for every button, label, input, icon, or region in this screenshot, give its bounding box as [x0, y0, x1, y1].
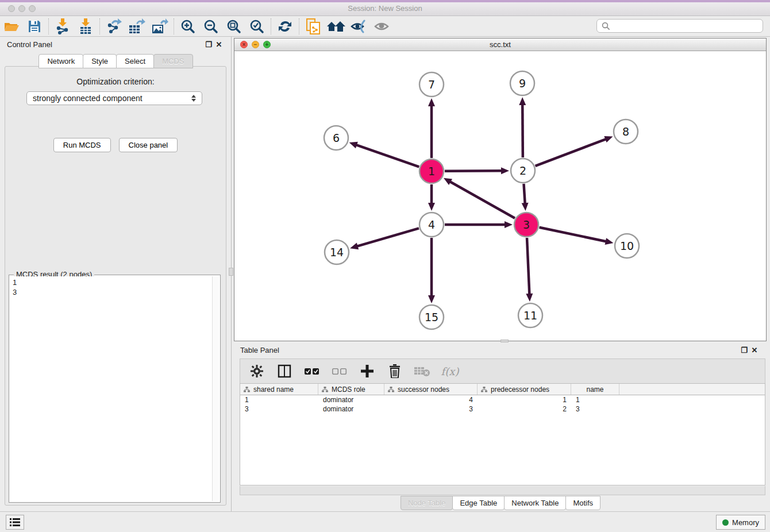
cell-shared-name[interactable]: 1 [240, 396, 318, 404]
tab-edge-table[interactable]: Edge Table [452, 496, 505, 510]
network-graph[interactable]: 7968124314101511 [234, 51, 766, 341]
node-table[interactable]: shared name MCDS role successor nodes pr… [240, 383, 765, 485]
cell-successor-nodes[interactable]: 3 [384, 405, 478, 413]
export-network-button[interactable] [102, 17, 125, 36]
float-panel-icon[interactable]: ❐ [203, 40, 214, 49]
function-builder-button[interactable]: f(x) [440, 361, 460, 381]
column-header-predecessor-nodes[interactable]: predecessor nodes [478, 384, 571, 395]
tab-mcds[interactable]: MCDS [153, 54, 192, 68]
zoom-in-icon [180, 19, 195, 34]
column-header-name[interactable]: name [571, 384, 619, 395]
memory-button[interactable]: Memory [716, 515, 765, 530]
task-history-button[interactable] [6, 515, 24, 530]
optimization-criterion-dropdown[interactable]: strongly connected component [26, 91, 202, 105]
select-all-button[interactable] [302, 361, 322, 381]
graph-edge-2-3[interactable] [523, 184, 525, 204]
cell-name[interactable]: 1 [571, 396, 619, 404]
graph-edge-3-1[interactable] [449, 182, 515, 218]
graph-edge-3-10[interactable] [540, 228, 607, 242]
show-panel-button[interactable] [371, 17, 394, 36]
tab-network-table[interactable]: Network Table [504, 496, 566, 510]
mcds-result-scrollbar[interactable] [212, 276, 219, 501]
deselect-all-button[interactable] [330, 361, 349, 381]
table-footer-strip [240, 486, 765, 495]
graph-node-label: 15 [425, 311, 438, 323]
column-layout-button[interactable] [275, 361, 294, 381]
graph-edge-1-6[interactable] [356, 145, 419, 167]
clone-network-button[interactable] [302, 17, 325, 36]
graph-edge-1-2[interactable] [445, 171, 502, 171]
toolbar-separator [299, 18, 299, 34]
cell-predecessor-nodes[interactable]: 1 [478, 396, 571, 404]
table-row[interactable]: 3 dominator 3 2 3 [240, 404, 765, 414]
tab-node-table[interactable]: Node Table [401, 496, 453, 510]
refresh-button[interactable] [274, 17, 297, 36]
deselect-all-icon [332, 368, 347, 375]
column-layout-icon [278, 364, 291, 378]
cell-mcds-role[interactable]: dominator [318, 396, 384, 404]
hide-panel-button[interactable] [348, 17, 371, 36]
mcds-result-box: MCDS result (2 nodes) 1 3 [9, 275, 221, 503]
tab-network[interactable]: Network [38, 54, 83, 68]
graph-edge-2-9[interactable] [522, 104, 523, 157]
cell-mcds-role[interactable]: dominator [318, 405, 384, 413]
column-header-mcds-role[interactable]: MCDS role [318, 384, 384, 395]
close-panel-icon[interactable]: ✕ [214, 40, 224, 49]
cell-name[interactable]: 3 [571, 405, 619, 413]
run-mcds-button[interactable]: Run MCDS [53, 138, 111, 152]
net-zoom-button[interactable]: + [263, 41, 271, 48]
graph-edge-2-8[interactable] [536, 139, 607, 166]
column-header-shared-name[interactable]: shared name [240, 384, 318, 395]
delete-row-button[interactable] [385, 361, 405, 381]
status-bar: Memory [0, 511, 770, 532]
save-session-button[interactable] [23, 17, 46, 36]
column-header-successor-nodes[interactable]: successor nodes [384, 384, 478, 395]
hide-panel-icon [351, 20, 368, 33]
zoom-selected-button[interactable] [245, 17, 268, 36]
close-panel-button[interactable]: Close panel [119, 138, 178, 152]
zoom-out-button[interactable] [199, 17, 222, 36]
titlebar-accent [0, 0, 770, 2]
cell-successor-nodes[interactable]: 4 [384, 396, 478, 404]
cell-shared-name[interactable]: 3 [240, 405, 318, 413]
search-input[interactable] [614, 22, 758, 30]
net-minimize-button[interactable]: − [252, 41, 259, 48]
graph-edge-arrowhead [519, 97, 526, 105]
tab-style[interactable]: Style [83, 54, 117, 68]
export-table-button[interactable] [125, 17, 148, 36]
tab-select[interactable]: Select [116, 54, 154, 68]
graph-edge-4-14[interactable] [357, 228, 419, 246]
zoom-fit-button[interactable] [222, 17, 245, 36]
search-field[interactable] [596, 19, 763, 33]
control-panel: Control Panel ❐ ✕ Network Style Select M… [0, 37, 232, 511]
cell-predecessor-nodes[interactable]: 2 [478, 405, 571, 413]
net-close-button[interactable]: × [240, 41, 248, 48]
refresh-icon [278, 19, 292, 34]
delete-table-button[interactable] [413, 361, 432, 381]
zoom-out-icon [203, 19, 218, 34]
control-panel-title: Control Panel [7, 40, 203, 49]
zoom-in-button[interactable] [176, 17, 199, 36]
network-canvas[interactable]: 7968124314101511 [234, 51, 766, 341]
export-image-button[interactable] [148, 17, 171, 36]
network-window-titlebar[interactable]: × − + scc.txt [234, 38, 766, 51]
network-window-title: scc.txt [490, 40, 511, 49]
split-divider-grip[interactable] [229, 268, 233, 276]
close-table-panel-icon[interactable]: ✕ [749, 346, 760, 354]
open-session-button[interactable] [0, 17, 23, 36]
graph-node-label: 8 [622, 125, 629, 138]
import-table-button[interactable] [74, 17, 97, 36]
homes-button[interactable] [325, 17, 348, 36]
add-row-button[interactable] [357, 361, 377, 381]
table-row[interactable]: 1 dominator 4 1 1 [240, 395, 765, 404]
graph-edge-3-11[interactable] [527, 238, 529, 295]
search-icon [602, 22, 610, 30]
table-panel-header: Table Panel ❐ ✕ [234, 342, 767, 357]
import-network-button[interactable] [51, 17, 74, 36]
mcds-result-text[interactable]: 1 3 [10, 276, 212, 501]
graph-edge-arrowhead [428, 295, 435, 303]
memory-status-icon [722, 519, 729, 526]
float-table-panel-icon[interactable]: ❐ [739, 346, 749, 354]
table-settings-button[interactable] [247, 361, 267, 381]
tab-motifs[interactable]: Motifs [565, 496, 600, 510]
